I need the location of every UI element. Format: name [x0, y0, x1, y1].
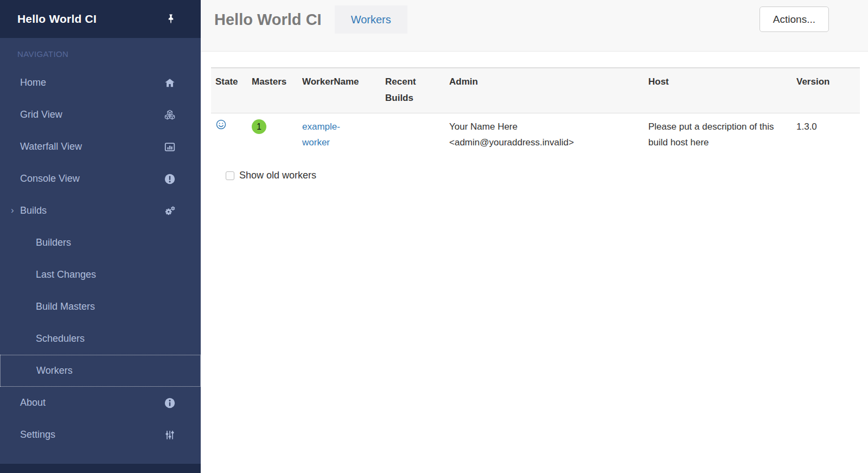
sidebar-item-console-view[interactable]: Console View: [0, 163, 201, 195]
sliders-icon: [164, 429, 176, 441]
page-header: Hello World CI Workers Actions...: [201, 0, 868, 52]
table-row: 1 example-worker Your Name Here <admin@y…: [211, 113, 860, 156]
cubes-icon: [164, 109, 176, 121]
sidebar-item-label: About: [20, 397, 46, 408]
sidebar-item-last-changes[interactable]: Last Changes: [0, 259, 201, 291]
actions-button[interactable]: Actions...: [760, 7, 829, 32]
recent-builds-cell: [381, 113, 445, 156]
breadcrumb-workers[interactable]: Workers: [335, 5, 407, 34]
sidebar-item-label: Workers: [36, 365, 73, 376]
page-title: Hello World CI: [214, 5, 322, 34]
chevron-right-icon: ›: [11, 205, 14, 216]
sidebar-item-label: Build Masters: [36, 301, 95, 312]
main-content: Hello World CI Workers Actions... State …: [201, 0, 868, 473]
col-state: State: [211, 68, 247, 113]
sidebar-footer-strip: [0, 464, 201, 473]
sidebar-item-label: Waterfall View: [20, 141, 82, 152]
sidebar-item-label: Builders: [36, 237, 71, 248]
sidebar-item-settings[interactable]: Settings: [0, 419, 201, 451]
workers-table: State Masters WorkerName Recent Builds A…: [211, 67, 860, 156]
host-cell: Please put a description of this build h…: [644, 113, 792, 156]
admin-cell: Your Name Here <admin@youraddress.invali…: [445, 113, 644, 156]
sidebar-header: Hello World CI: [0, 0, 201, 38]
sidebar-item-home[interactable]: Home: [0, 67, 201, 99]
col-masters: Masters: [247, 68, 298, 113]
home-icon: [164, 77, 176, 89]
col-admin: Admin: [445, 68, 644, 113]
masters-count-badge: 1: [252, 119, 266, 134]
sidebar-item-workers[interactable]: Workers: [0, 355, 201, 387]
smiley-icon: [215, 119, 243, 130]
bar-chart-icon: [164, 141, 176, 153]
app-window: Hello World CI NAVIGATION Home Grid View: [0, 0, 868, 473]
sidebar: Hello World CI NAVIGATION Home Grid View: [0, 0, 201, 473]
sidebar-item-grid-view[interactable]: Grid View: [0, 99, 201, 131]
nav-section-label: NAVIGATION: [17, 48, 201, 67]
show-old-workers-row: Show old workers: [226, 170, 860, 181]
sidebar-item-label: Console View: [20, 173, 80, 184]
sidebar-item-builders[interactable]: Builders: [0, 227, 201, 259]
sidebar-item-schedulers[interactable]: Schedulers: [0, 323, 201, 355]
exclamation-circle-icon: [164, 173, 176, 185]
worker-name-link[interactable]: example-worker: [302, 119, 356, 150]
sidebar-item-label: Home: [20, 77, 46, 88]
sidebar-item-label: Grid View: [20, 109, 62, 120]
info-circle-icon: [164, 397, 176, 409]
col-workername: WorkerName: [298, 68, 381, 113]
cogs-icon: [164, 205, 176, 217]
sidebar-item-builds[interactable]: › Builds: [0, 195, 201, 227]
nav-list: Home Grid View Waterfall View: [0, 67, 201, 451]
col-host: Host: [644, 68, 792, 113]
sidebar-item-label: Last Changes: [36, 269, 96, 280]
workers-content: State Masters WorkerName Recent Builds A…: [201, 52, 868, 181]
col-recent-builds: Recent Builds: [381, 68, 445, 113]
col-version: Version: [792, 68, 860, 113]
app-title[interactable]: Hello World CI: [17, 12, 165, 25]
sidebar-item-waterfall-view[interactable]: Waterfall View: [0, 131, 201, 163]
version-cell: 1.3.0: [792, 113, 860, 156]
sidebar-item-label: Schedulers: [36, 333, 85, 344]
sidebar-item-about[interactable]: About: [0, 387, 201, 419]
thumbtack-icon[interactable]: [165, 13, 177, 25]
table-header-row: State Masters WorkerName Recent Builds A…: [211, 68, 860, 113]
show-old-workers-checkbox[interactable]: [226, 171, 234, 180]
sidebar-item-build-masters[interactable]: Build Masters: [0, 291, 201, 323]
sidebar-item-label: Settings: [20, 429, 55, 440]
show-old-workers-label[interactable]: Show old workers: [239, 170, 316, 181]
sidebar-item-label: Builds: [20, 205, 47, 216]
